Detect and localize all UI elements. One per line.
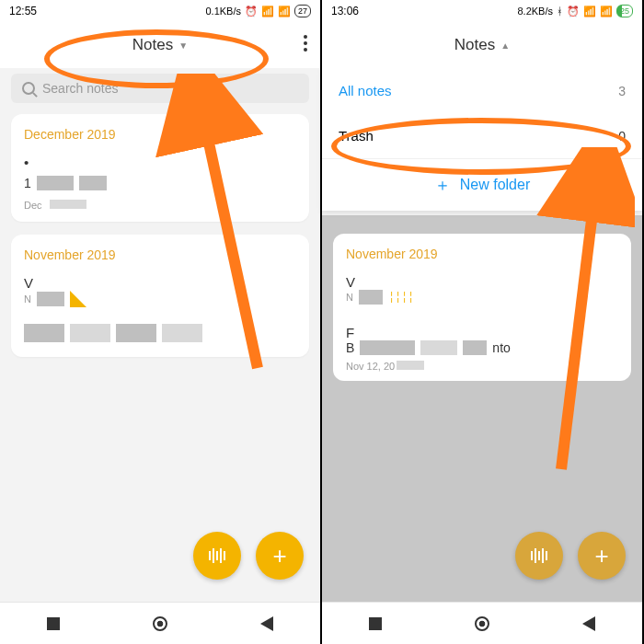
fab-group: + [193,532,304,580]
folder-count: 3 [618,84,626,98]
group-title: November 2019 [346,247,618,261]
notes-dropdown-toggle[interactable]: Notes ▲ [454,36,510,54]
status-bar: 12:55 0.1KB/s ⏰ 📶 📶 27 [0,0,320,22]
signal-icon: 📶 [583,6,596,17]
note-item[interactable]: V N [24,275,296,307]
group-title: December 2019 [24,127,296,142]
chevron-down-icon: ▼ [178,40,188,51]
android-navbar [322,602,642,644]
back-button[interactable] [582,616,595,631]
folder-all-notes[interactable]: All notes 3 [322,68,642,113]
alarm-icon: ⏰ [245,6,258,17]
signal-icon: 📶 [261,6,274,17]
search-icon [22,82,35,95]
chevron-up-icon: ▲ [500,40,510,51]
header-title-text: Notes [132,36,173,54]
battery-icon: 27 [294,5,311,17]
note-group-november-dim: November 2019 V N ╎╎╎╎ F B nto Nov [333,234,631,381]
folder-dropdown: All notes 3 Trash 0 ＋ New folder [322,68,642,211]
search-placeholder: Search notes [42,81,119,96]
app-header: Notes ▼ [0,22,320,68]
clock: 13:06 [331,5,359,17]
group-title: November 2019 [24,247,296,262]
wifi-icon: 📶 [600,6,613,17]
alarm-icon: ⏰ [567,6,580,17]
recents-button[interactable] [47,617,60,630]
phone-left: 12:55 0.1KB/s ⏰ 📶 📶 27 Notes ▼ Search no… [0,0,322,644]
audio-note-icon [70,291,86,307]
note-item[interactable]: F B nto Nov 12, 20 [346,325,618,372]
folder-count: 0 [618,129,626,144]
battery-icon: 25 [616,5,633,17]
folder-label: All notes [339,83,392,98]
clock: 12:55 [9,5,37,17]
voice-note-fab[interactable] [193,532,241,580]
overflow-menu-button[interactable] [304,35,307,52]
note-item[interactable]: • 1 Dec [24,155,296,213]
home-button[interactable] [475,616,489,631]
search-input[interactable]: Search notes [11,74,309,103]
voice-note-fab[interactable] [515,532,563,580]
bluetooth-icon: ᚼ [557,6,563,17]
notes-dropdown-toggle[interactable]: Notes ▼ [132,36,188,54]
network-speed: 0.1KB/s [205,6,241,17]
folder-label: Trash [339,128,374,144]
new-folder-button[interactable]: ＋ New folder [322,158,642,211]
network-speed: 8.2KB/s [517,6,553,17]
android-navbar [0,602,320,644]
folder-trash[interactable]: Trash 0 [322,113,642,158]
back-button[interactable] [260,616,273,631]
app-header: Notes ▲ [322,22,642,68]
wifi-icon: 📶 [278,6,291,17]
status-bar: 13:06 8.2KB/s ᚼ ⏰ 📶 📶 25 [322,0,642,22]
new-note-fab[interactable]: + [256,532,304,580]
new-folder-label: New folder [460,177,530,193]
new-note-fab[interactable]: + [578,532,626,580]
header-title-text: Notes [454,36,495,54]
modal-scrim[interactable]: November 2019 V N ╎╎╎╎ F B nto Nov [322,215,642,602]
note-item[interactable] [24,324,296,342]
note-item[interactable]: V N ╎╎╎╎ [346,274,618,305]
note-group-december: December 2019 • 1 Dec [11,114,309,222]
note-group-november: November 2019 V N [11,235,309,357]
audio-wave-icon: ╎╎╎╎ [388,291,414,304]
recents-button[interactable] [369,617,382,630]
fab-group: + [515,532,626,580]
phone-right: 13:06 8.2KB/s ᚼ ⏰ 📶 📶 25 Notes ▲ All not… [322,0,644,644]
home-button[interactable] [153,616,167,631]
plus-icon: ＋ [434,174,451,196]
